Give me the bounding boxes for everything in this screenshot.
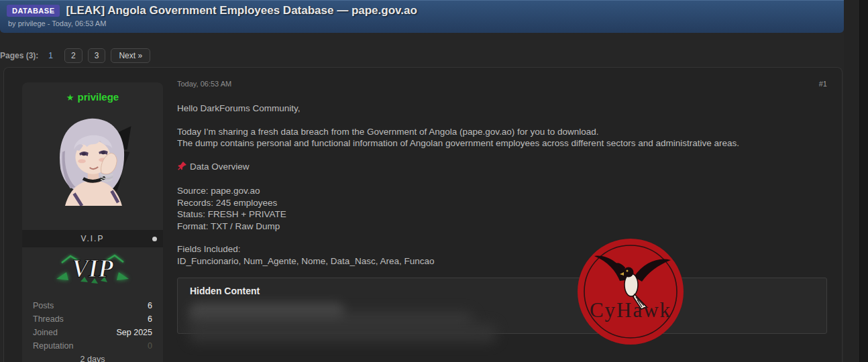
star-icon: ★ [66, 93, 74, 103]
author-stats: Posts 6 Threads 6 Joined Sep 2025 Reputa… [22, 299, 163, 353]
stat-row-posts: Posts 6 [33, 299, 152, 312]
fields-heading: Fields Included: [177, 244, 241, 254]
intro-line-1: Today I’m sharing a fresh data breach fr… [177, 127, 599, 137]
pagination: Pages (3): 1 2 3 Next » [0, 48, 156, 63]
rank-label: V.I.P [81, 234, 105, 243]
page-current: 1 [46, 49, 56, 62]
stat-label: Reputation [33, 339, 73, 353]
hidden-content-blur-bar [189, 324, 496, 343]
post-container: ★privilege [3, 67, 843, 362]
stat-value: 6 [148, 312, 152, 326]
page-button-3[interactable]: 3 [88, 48, 106, 63]
thread-header: DATABASE [LEAK] Angola Government Employ… [0, 0, 844, 33]
page-button-2[interactable]: 2 [64, 48, 83, 63]
detail-status: Status: FRESH + PRIVATE [177, 208, 827, 221]
online-status-dot [152, 237, 157, 241]
pushpin-icon [177, 161, 187, 174]
post-paragraph-details: Source: pape.gov.ao Records: 245 employe… [177, 185, 827, 232]
post-meta: Today, 06:53 AM #1 [177, 80, 827, 88]
right-gutter [844, 0, 859, 362]
pages-label: Pages (3): [0, 51, 38, 60]
post-timestamp: Today, 06:53 AM [177, 80, 231, 88]
stat-value: 6 [148, 299, 152, 312]
detail-format: Format: TXT / Raw Dump [177, 221, 827, 233]
cyhawk-logo-text: CyHawk [590, 298, 671, 322]
stat-value: Sep 2025 [116, 326, 152, 339]
post-body: Hello DarkForums Community, Today I’m sh… [177, 103, 827, 278]
detail-records: Records: 245 employees [177, 197, 827, 209]
stat-row-threads: Threads 6 [33, 312, 152, 326]
post-paragraph-intro: Today I’m sharing a fresh data breach fr… [177, 126, 827, 149]
thread-title: [LEAK] Angola Government Employees Datab… [66, 4, 417, 17]
thread-byline: by privilege - Today, 06:53 AM [7, 19, 837, 27]
detail-source: Source: pape.gov.ao [177, 185, 827, 197]
next-page-button[interactable]: Next » [111, 48, 150, 63]
vip-badge-text: VIP [72, 255, 113, 282]
stat-row-reputation: Reputation 0 [33, 339, 152, 353]
right-edge-scroll-area[interactable] [859, 0, 868, 362]
post-number: #1 [819, 80, 827, 88]
post-paragraph-greeting: Hello DarkForums Community, [177, 103, 827, 115]
post-paragraph-fields: Fields Included: ID_Funcionario, Num_Age… [177, 243, 827, 267]
avatar[interactable] [46, 112, 140, 206]
overview-heading: Data Overview [190, 162, 250, 172]
author-panel: ★privilege [22, 82, 163, 362]
stat-label: Posts [33, 299, 54, 312]
vip-badge-image: VIP [48, 252, 137, 284]
stat-label: Joined [33, 326, 58, 339]
post-paragraph-overview-heading: Data Overview [177, 161, 827, 174]
cyhawk-watermark: CyHawk [577, 238, 684, 345]
username-link[interactable]: privilege [77, 91, 119, 103]
intro-line-2: The dump contains personal and functiona… [177, 138, 739, 148]
username-row: ★privilege [22, 82, 163, 104]
hidden-content-title: Hidden Content [178, 278, 826, 296]
stat-row-joined: Joined Sep 2025 [33, 326, 152, 339]
stat-label: Threads [33, 312, 64, 326]
stat-value: 0 [148, 339, 152, 353]
member-time: 2 days [22, 353, 163, 362]
thread-title-row: DATABASE [LEAK] Angola Government Employ… [7, 4, 837, 17]
fields-list: ID_Funcionario, Num_Agente, Nome, Data_N… [177, 256, 434, 266]
rank-row: V.I.P [22, 230, 163, 247]
category-badge[interactable]: DATABASE [7, 5, 60, 17]
